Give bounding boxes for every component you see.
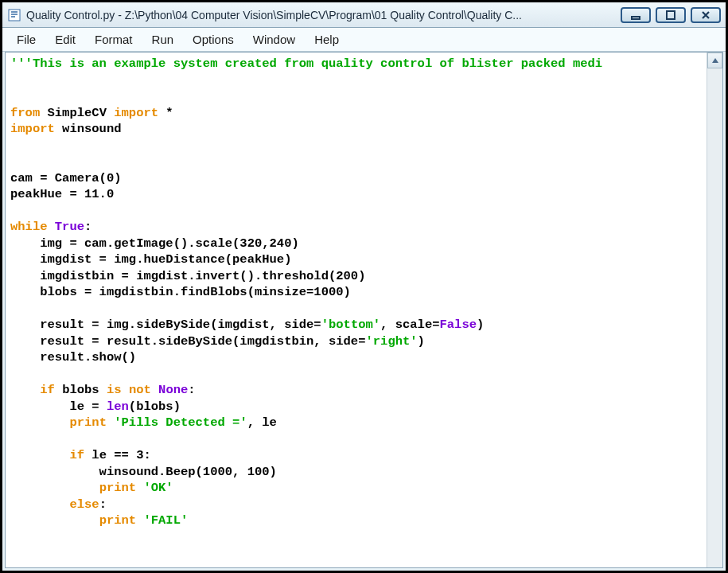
code-line: result.show() (10, 350, 136, 364)
code-token (107, 415, 114, 430)
code-token (10, 448, 69, 462)
code-token: while (10, 220, 48, 234)
code-line: winsound.Beep(1000, 100) (10, 465, 277, 479)
code-token: not (129, 383, 151, 397)
code-token: * (158, 106, 173, 120)
code-token: SimpleCV (40, 106, 114, 120)
menu-format[interactable]: Format (85, 29, 142, 49)
code-token: : (188, 383, 195, 397)
code-line: cam = Camera(0) (10, 171, 122, 185)
code-token: 'OK' (143, 481, 173, 495)
code-token: False (440, 318, 477, 332)
code-token: is (107, 383, 122, 397)
close-button[interactable] (691, 7, 721, 23)
code-token: 'FAIL' (143, 513, 188, 528)
code-token: (blobs) (129, 400, 181, 414)
menu-edit[interactable]: Edit (45, 29, 85, 49)
menu-file[interactable]: File (7, 29, 45, 49)
idle-window: Quality Control.py - Z:\Python\04 Comput… (2, 2, 726, 571)
code-editor[interactable]: '''This is an example system created fro… (6, 53, 707, 567)
code-token: result = img.sideBySide(imgdist, side= (10, 318, 321, 332)
editor-pane: '''This is an example system created fro… (5, 52, 723, 568)
code-line: imgdist = img.hueDistance(peakHue) (10, 252, 291, 267)
code-token: len (107, 400, 129, 414)
svg-rect-0 (9, 10, 20, 21)
svg-rect-2 (667, 11, 675, 19)
code-token (10, 513, 99, 528)
code-token: True (48, 220, 85, 234)
code-token (10, 497, 69, 512)
scroll-up-button[interactable] (707, 53, 722, 68)
maximize-button[interactable] (656, 7, 686, 23)
code-token (10, 383, 40, 397)
code-token: le == 3: (84, 448, 151, 462)
menu-window[interactable]: Window (243, 29, 305, 49)
code-token: else (69, 497, 99, 512)
window-controls (621, 7, 721, 23)
code-line: peakHue = 11.0 (10, 187, 114, 201)
window-title: Quality Control.py - Z:\Python\04 Comput… (26, 9, 621, 21)
code-token: le = (10, 400, 107, 414)
code-token (10, 415, 69, 430)
code-line: imgdistbin = imgdist.invert().threshold(… (10, 269, 365, 283)
menubar: File Edit Format Run Options Window Help (2, 28, 726, 52)
app-icon (7, 8, 21, 22)
code-token: winsound (55, 122, 122, 136)
code-token: from (10, 106, 40, 120)
code-token (10, 481, 99, 495)
code-token: if (69, 448, 84, 462)
code-token: print (69, 415, 107, 430)
code-token (122, 383, 129, 397)
code-token: print (99, 481, 137, 495)
code-token: : (84, 220, 91, 234)
code-token: , le (247, 415, 277, 430)
code-token: result = result.sideBySide(imgdistbin, s… (10, 334, 365, 349)
code-token: ) (477, 318, 484, 332)
scroll-track[interactable] (707, 68, 722, 567)
code-token: import (114, 106, 158, 120)
code-token: 'bottom' (321, 318, 380, 332)
vertical-scrollbar[interactable] (707, 53, 722, 567)
code-token: ) (418, 334, 425, 349)
code-docstring: '''This is an example system created fro… (10, 57, 602, 71)
code-token: , scale= (380, 318, 439, 332)
code-token: 'Pills Detected =' (114, 415, 247, 430)
menu-help[interactable]: Help (305, 29, 348, 49)
code-token: : (99, 497, 107, 512)
code-token: blobs (55, 383, 107, 397)
titlebar[interactable]: Quality Control.py - Z:\Python\04 Comput… (2, 2, 726, 28)
code-token: import (10, 122, 55, 136)
svg-rect-1 (632, 17, 640, 19)
code-line: img = cam.getImage().scale(320,240) (10, 236, 299, 251)
code-token: print (99, 513, 137, 528)
code-line: blobs = imgdistbin.findBlobs(minsize=100… (10, 285, 351, 299)
menu-run[interactable]: Run (142, 29, 184, 49)
menu-options[interactable]: Options (183, 29, 243, 49)
code-token: if (40, 383, 55, 397)
code-token: 'right' (365, 334, 417, 349)
code-token: None (151, 383, 189, 397)
minimize-button[interactable] (621, 7, 651, 23)
